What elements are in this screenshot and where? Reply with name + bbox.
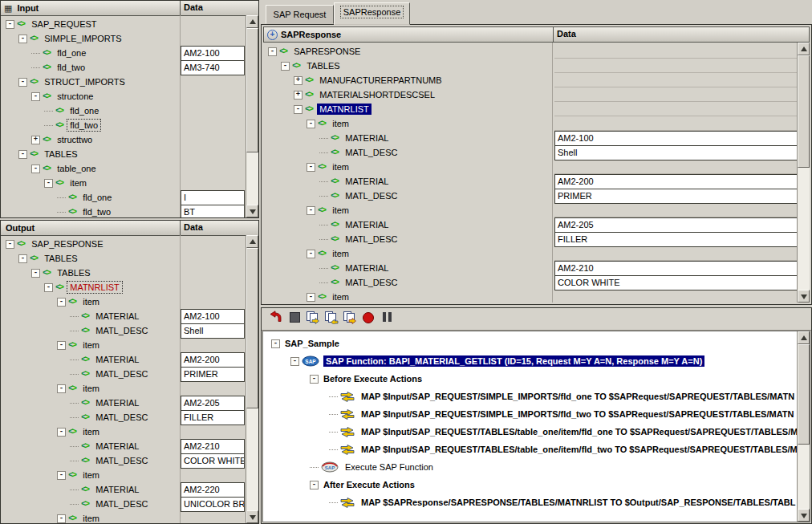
tree-collapse-icon[interactable]: - [18,254,27,263]
scroll-thumb[interactable] [798,55,810,168]
data-cell[interactable]: AM2-100 [554,131,800,146]
tree-collapse-icon[interactable]: - [307,120,315,128]
record-icon[interactable] [360,311,376,327]
tree-node-label[interactable]: MATERIAL [343,262,391,274]
tree-node-label[interactable]: fld_one [80,192,114,203]
scroll-thumb[interactable] [246,28,258,152]
tree-node-label[interactable]: structone [55,91,95,102]
run-icon[interactable] [268,311,284,327]
tree-node-label[interactable]: SAP_Sample [282,338,342,349]
tree-node-label[interactable]: MATL_DESC [93,455,150,466]
tree-node-label[interactable]: MAP $SAPResponse/SAPRESPONSE/TABLES/MATN… [359,497,798,508]
tree-collapse-icon[interactable]: - [307,163,315,172]
data-cell[interactable]: AM2-220 [181,482,245,498]
tree-collapse-icon[interactable]: - [57,384,66,393]
tree-node-label[interactable]: Before Execute Actions [321,373,424,384]
tree-node-label[interactable]: item [330,291,351,303]
tree-node-label[interactable]: MATNRLIST [317,104,371,115]
data-cell[interactable]: Shell [181,323,245,339]
tree-node-label[interactable]: After Execute Actions [321,479,417,490]
actions-vertical-scrollbar[interactable] [797,331,810,522]
tree-node-label[interactable]: MATNRLIST [67,282,122,293]
tree-collapse-icon[interactable]: - [57,341,66,350]
tree-node-label[interactable]: MATERIAL [93,397,141,408]
tree-collapse-icon[interactable]: - [57,471,66,480]
output-vertical-scrollbar[interactable] [246,235,258,523]
tree-collapse-icon[interactable]: - [18,78,27,87]
tree-node-label[interactable]: MATL_DESC [93,498,150,510]
tree-node-label[interactable]: item [330,118,351,129]
tree-collapse-icon[interactable]: - [31,92,40,101]
tree-node-label[interactable]: MAP $Input/SAP_REQUEST/TABLES/table_one/… [359,444,800,455]
data-cell[interactable]: PRIMER [181,367,245,382]
tree-node-label[interactable]: STRUCT_IMPORTS [42,76,128,87]
tree-node-label[interactable]: MATERIAL [343,132,391,144]
tree-node-label[interactable]: item [67,177,89,189]
tab-sap-response[interactable]: SAPResponse [334,2,410,25]
tree-node-label[interactable]: MATL_DESC [93,325,150,336]
tree-node-label[interactable]: item [330,205,351,216]
map-insert-icon[interactable] [323,311,339,327]
data-cell[interactable]: I [181,190,245,205]
data-cell[interactable]: AM2-200 [554,174,800,189]
tree-node-label[interactable]: item [80,469,102,481]
tree-node-label[interactable]: TABLES [304,60,342,71]
tree-node-label[interactable]: MATL_DESC [343,234,400,245]
tree-node-label[interactable]: MATL_DESC [343,277,400,288]
tree-collapse-icon[interactable]: - [271,339,280,348]
column-divider[interactable] [180,1,181,15]
data-cell[interactable]: AM2-100 [181,46,245,61]
tree-node-label[interactable]: MATERIAL [93,311,141,322]
data-cell[interactable]: COLOR WHITE [181,453,245,469]
tree-node-label[interactable]: fld_one [67,105,101,116]
scroll-up-icon[interactable] [798,43,810,55]
tree-node-label[interactable]: MATERIAL [93,354,141,365]
scroll-down-icon[interactable] [246,205,258,217]
tree-collapse-icon[interactable]: - [31,165,40,173]
data-cell[interactable]: UNICOLOR BR [181,497,245,512]
tree-collapse-icon[interactable]: - [307,293,315,302]
tree-node-label[interactable]: MANUFACTURERPARTNUMB [317,75,444,86]
tree-node-label[interactable]: MAP $Input/SAP_REQUEST/TABLES/table_one/… [359,426,800,437]
tree-node-label[interactable]: fld_two [80,206,113,217]
tree-node-label[interactable]: TABLES [42,253,79,264]
tree-collapse-icon[interactable]: - [6,240,14,249]
response-vertical-scrollbar[interactable] [797,43,810,303]
tree-expand-icon[interactable]: + [31,136,40,144]
tree-node-label[interactable]: MATL_DESC [343,147,400,158]
tree-collapse-icon[interactable]: - [31,269,40,278]
data-cell[interactable]: AM2-205 [181,396,245,411]
input-vertical-scrollbar[interactable] [246,15,258,217]
data-cell[interactable]: AM2-100 [181,309,245,324]
scroll-down-icon[interactable] [246,510,258,523]
scroll-thumb[interactable] [798,344,810,445]
tree-node-label[interactable]: item [80,339,102,351]
tree-collapse-icon[interactable]: - [57,514,66,523]
tree-expand-icon[interactable]: + [294,91,302,100]
tree-node-label[interactable]: item [80,513,102,523]
tree-collapse-icon[interactable]: - [310,375,319,384]
tree-node-label[interactable]: MATL_DESC [343,190,400,201]
column-divider[interactable] [553,27,554,42]
tree-node-label[interactable]: MATERIAL [93,484,141,495]
tree-collapse-icon[interactable]: - [294,105,302,114]
tree-node-label[interactable]: item [330,161,351,173]
data-cell[interactable]: PRIMER [554,189,800,204]
tree-node-label[interactable]: MATL_DESC [93,368,150,380]
tree-node-label[interactable]: TABLES [55,267,92,278]
data-cell[interactable]: AM2-205 [554,217,800,233]
scroll-up-icon[interactable] [246,15,258,28]
tree-node-label[interactable]: MATERIAL [343,176,391,187]
scroll-thumb[interactable] [246,248,258,408]
tree-node-label[interactable]: SAP_RESPONSE [29,238,105,250]
data-cell[interactable]: FILLER [554,232,800,247]
data-cell[interactable]: FILLER [181,410,245,425]
scroll-down-icon[interactable] [798,509,810,522]
tree-node-label[interactable]: MATERIALSHORTDESCSEL [317,89,437,100]
tree-expand-icon[interactable]: + [294,76,302,85]
tree-node-label[interactable]: SAPRESPONSE [291,46,363,57]
map-copy-icon[interactable] [305,311,321,327]
tree-node-label[interactable]: MATL_DESC [93,412,150,423]
tree-node-label[interactable]: SIMPLE_IMPORTS [42,33,124,44]
tree-node-label[interactable]: item [330,248,351,259]
